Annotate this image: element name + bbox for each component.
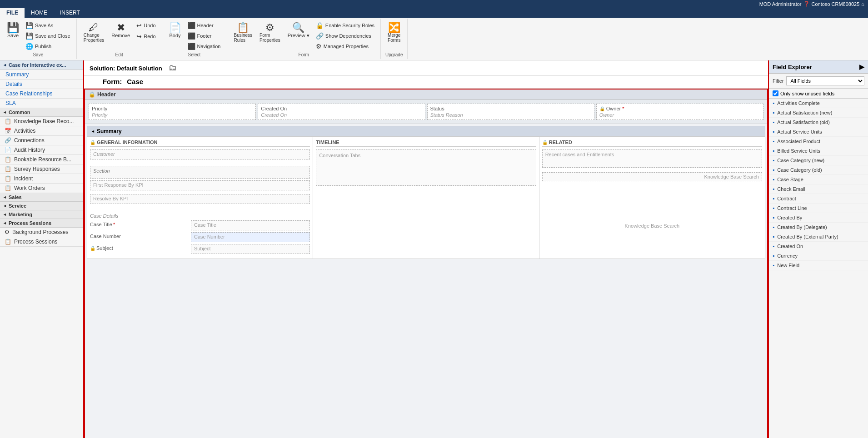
nav-item-activities[interactable]: 📅 Activities: [0, 126, 83, 136]
field-item-7[interactable]: ▪ Case Category (old): [769, 165, 868, 175]
nav-group-marketing: Marketing: [0, 210, 83, 219]
navigation-button[interactable]: ⬛ Navigation: [185, 41, 223, 51]
publish-button[interactable]: 🌐 Publish: [23, 41, 73, 51]
field-item-9[interactable]: ▪ Check Email: [769, 184, 868, 194]
status-label: Status: [430, 106, 591, 111]
body-button[interactable]: 📄 Body: [166, 20, 185, 40]
save-icon: 💾: [7, 23, 19, 33]
nav-item-details[interactable]: Details: [0, 80, 83, 89]
summary-columns: 🔒 GENERAL INFORMATION Customer Section F…: [87, 136, 765, 259]
field-item-4[interactable]: ▪ Associated Product: [769, 137, 868, 146]
nav-item-incident[interactable]: 📋 incident: [0, 174, 83, 184]
tab-home[interactable]: HOME: [25, 8, 54, 18]
field-icon-7: ▪: [773, 167, 774, 173]
process-sessions-icon: 📋: [5, 239, 11, 245]
nav-item-audit[interactable]: 📄 Audit History: [0, 145, 83, 155]
field-item-6[interactable]: ▪ Case Category (new): [769, 156, 868, 165]
field-item-12[interactable]: ▪ Created By: [769, 213, 868, 223]
business-rules-icon: 📋: [237, 23, 249, 33]
remove-button[interactable]: ✖ Remove: [108, 20, 133, 40]
preview-button[interactable]: 🔍 Preview ▾: [284, 20, 313, 41]
field-icon-14: ▪: [773, 234, 774, 240]
field-item-16[interactable]: ▪ Currency: [769, 251, 868, 261]
explorer-expand-icon[interactable]: ▶: [859, 63, 864, 70]
field-item-15[interactable]: ▪ Created On: [769, 242, 868, 251]
nav-item-case-relationships[interactable]: Case Relationships: [0, 89, 83, 99]
nav-item-knowledge[interactable]: 📋 Knowledge Base Reco...: [0, 117, 83, 126]
spacer1: [90, 161, 310, 166]
left-nav: Case for Interactive ex... Summary Detai…: [0, 60, 84, 438]
change-properties-button[interactable]: 🖊 ChangeProperties: [80, 20, 108, 45]
field-item-13[interactable]: ▪ Created By (Delegate): [769, 223, 868, 232]
field-item-11[interactable]: ▪ Contract Line: [769, 204, 868, 213]
form-properties-icon: ⚙: [265, 23, 274, 33]
nav-item-sla[interactable]: SLA: [0, 99, 83, 108]
nav-item-bg-processes[interactable]: ⚙ Background Processes: [0, 228, 83, 237]
help-icon[interactable]: ❓: [803, 1, 810, 7]
nav-item-bookable[interactable]: 📋 Bookable Resource B...: [0, 155, 83, 164]
incident-icon: 📋: [5, 175, 11, 182]
nav-group-service: Service: [0, 202, 83, 210]
nav-item-work-orders[interactable]: 📋 Work Orders: [0, 184, 83, 193]
save-close-button[interactable]: 💾 Save and Close: [23, 31, 73, 41]
field-icon-0: ▪: [773, 100, 774, 106]
show-dependencies-button[interactable]: 🔗 Show Dependencies: [314, 31, 377, 41]
status-input: Status Reason: [430, 112, 591, 118]
dependencies-icon: 🔗: [316, 32, 324, 40]
filter-select[interactable]: All Fields: [786, 76, 864, 85]
created-on-label: Created On: [261, 106, 422, 111]
body-icon: 📄: [169, 23, 181, 33]
nav-item-process-sessions[interactable]: 📋 Process Sessions: [0, 237, 83, 247]
field-item-new[interactable]: ▪ New Field: [769, 261, 868, 270]
enable-security-button[interactable]: 🔒 Enable Security Roles: [314, 20, 377, 30]
nav-item-summary[interactable]: Summary: [0, 70, 83, 80]
save-as-button[interactable]: 💾 Save As: [23, 20, 73, 30]
save-as-icon: 💾: [25, 22, 33, 29]
form-properties-button[interactable]: ⚙ FormProperties: [256, 20, 284, 45]
connections-icon: 🔗: [5, 137, 11, 144]
merge-forms-button[interactable]: 🔀 MergeForms: [384, 20, 404, 45]
footer-button[interactable]: ⬛ Footer: [185, 31, 223, 41]
section-box: Section: [90, 166, 310, 179]
field-item-1[interactable]: ▪ Actual Satisfaction (new): [769, 108, 868, 118]
center-body: Solution: Default Solution 🗂 Form: Case …: [84, 60, 768, 438]
save-button[interactable]: 💾 Save: [4, 20, 22, 40]
case-title-input: Case Title: [191, 220, 310, 230]
form-group-items: 📋 BusinessRules ⚙ FormProperties 🔍 Previ…: [231, 20, 377, 51]
col-header-timeline: TIMELINE: [316, 139, 536, 147]
show-unused-checkbox[interactable]: [773, 90, 778, 96]
undo-button[interactable]: ↩ Undo: [134, 20, 158, 30]
tab-insert[interactable]: INSERT: [54, 8, 86, 18]
form-name: Case: [127, 78, 143, 85]
nav-item-survey[interactable]: 📋 Survey Responses: [0, 164, 83, 174]
redo-button[interactable]: ↪ Redo: [134, 31, 158, 41]
owner-lock-icon: 🔒: [599, 106, 605, 111]
recent-cases-area: Recent cases and Entitlements: [542, 149, 762, 168]
form-canvas: 🔒 Header Priority Priority Created On Cr…: [84, 89, 768, 438]
field-icon-4: ▪: [773, 138, 774, 144]
managed-properties-button[interactable]: ⚙ Managed Properties: [314, 41, 377, 51]
field-item-3[interactable]: ▪ Actual Service Units: [769, 127, 868, 137]
bookable-icon: 📋: [5, 156, 11, 163]
field-item-0[interactable]: ▪ Activities Complete: [769, 99, 868, 108]
field-item-5[interactable]: ▪ Billed Service Units: [769, 146, 868, 156]
redo-icon: ↪: [136, 33, 142, 40]
form-label-bar: Form: Case: [84, 76, 768, 89]
resolve-by-kpi: Resolve By KPI: [90, 194, 310, 204]
expand-icon[interactable]: ⌂: [861, 1, 864, 7]
field-icon-5: ▪: [773, 148, 774, 154]
business-rules-button[interactable]: 📋 BusinessRules: [231, 20, 256, 45]
header-button[interactable]: ⬛ Header: [185, 20, 223, 30]
field-item-2[interactable]: ▪ Actual Satisfaction (old): [769, 118, 868, 127]
nav-group-common: Common: [0, 108, 83, 117]
merge-icon: 🔀: [388, 23, 400, 33]
ribbon-content: 💾 Save 💾 Save As 💾 Save and Close 🌐 Publ…: [0, 18, 868, 60]
field-item-8[interactable]: ▪ Case Stage: [769, 175, 868, 184]
tab-file[interactable]: FILE: [0, 8, 25, 18]
field-item-10[interactable]: ▪ Contract: [769, 194, 868, 204]
nav-item-connections[interactable]: 🔗 Connections: [0, 136, 83, 145]
show-unused-row: Only show unused fields: [769, 89, 868, 99]
header-icon: ⬛: [188, 22, 195, 29]
field-item-14[interactable]: ▪ Created By (External Party): [769, 232, 868, 242]
filter-label: Filter: [773, 78, 783, 84]
